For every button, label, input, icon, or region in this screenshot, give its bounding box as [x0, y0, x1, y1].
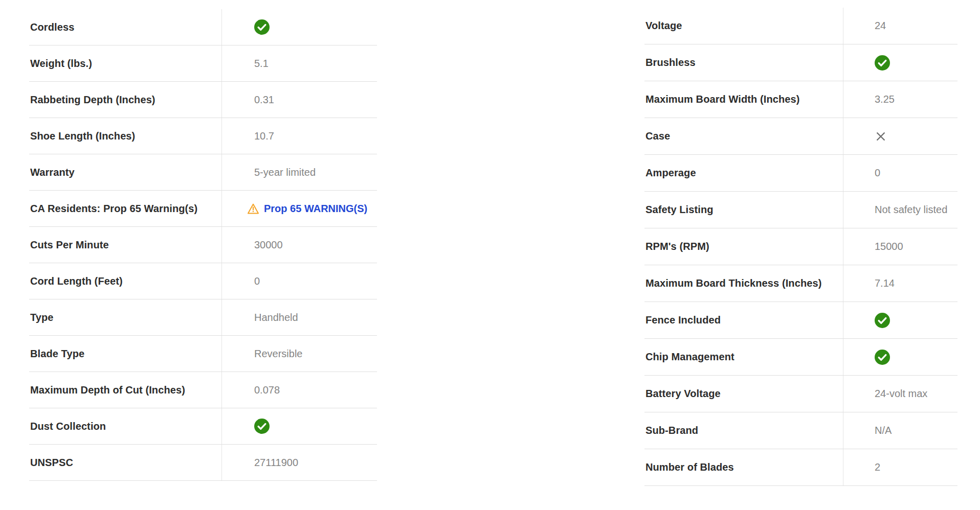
spec-label-cell: Chip Management	[644, 339, 843, 375]
spec-value-cell	[222, 408, 377, 444]
spec-label-cell: Maximum Board Width (Inches)	[644, 81, 843, 118]
spec-label-cell: Amperage	[644, 155, 843, 191]
prop65-warning-link[interactable]: Prop 65 WARNING(S)	[264, 203, 367, 215]
spec-label-cell: Maximum Board Thickness (Inches)	[644, 265, 843, 302]
spec-value: 30000	[254, 239, 283, 251]
spec-label: Dust Collection	[30, 421, 106, 432]
spec-row: Case	[644, 118, 957, 155]
prop65-warning: Prop 65 WARNING(S)	[247, 203, 367, 215]
spec-value: 0.078	[254, 384, 280, 396]
spec-label: CA Residents: Prop 65 Warning(s)	[30, 203, 197, 215]
spec-value: 5.1	[254, 58, 269, 69]
spec-label-cell: Sub-Brand	[644, 412, 843, 449]
spec-label-cell: Safety Listing	[644, 192, 843, 228]
spec-label: Maximum Board Thickness (Inches)	[645, 277, 821, 289]
spec-label-cell: Number of Blades	[644, 449, 843, 485]
spec-row: Maximum Board Thickness (Inches) 7.14	[644, 265, 957, 302]
spec-row: Warranty 5-year limited	[29, 154, 377, 191]
spec-label: Battery Voltage	[645, 388, 721, 400]
spec-value-cell	[843, 44, 957, 81]
spec-label: Maximum Board Width (Inches)	[645, 94, 800, 105]
spec-label: Weight (lbs.)	[30, 58, 92, 69]
spec-value-cell: 0.31	[222, 82, 377, 118]
spec-row: Maximum Board Width (Inches) 3.25	[644, 81, 957, 118]
spec-value-cell: 15000	[843, 228, 957, 265]
spec-value-cell: 0	[843, 155, 957, 191]
spec-value: 0	[875, 167, 880, 179]
spec-label-cell: Cuts Per Minute	[29, 227, 222, 263]
spec-value-cell: 30000	[222, 227, 377, 263]
spec-row: Fence Included	[644, 302, 957, 339]
spec-label: UNSPSC	[30, 457, 73, 469]
spec-label: Cuts Per Minute	[30, 239, 109, 251]
spec-value: 27111900	[254, 457, 298, 469]
spec-label: Safety Listing	[645, 204, 714, 216]
spec-label: Warranty	[30, 167, 75, 178]
spec-value-cell: 5-year limited	[222, 154, 377, 190]
spec-label-cell: Case	[644, 118, 843, 154]
spec-label: Fence Included	[645, 314, 721, 326]
spec-label-cell: Warranty	[29, 154, 222, 190]
spec-label-cell: Cordless	[29, 9, 222, 45]
spec-value: 7.14	[875, 277, 895, 289]
spec-value: 5-year limited	[254, 167, 316, 178]
spec-label: Brushless	[645, 57, 696, 68]
spec-value-cell: 2	[843, 449, 957, 485]
spec-row: Voltage 24	[644, 8, 957, 44]
spec-label: Chip Management	[645, 351, 734, 363]
spec-label: Sub-Brand	[645, 425, 698, 436]
spec-value: 15000	[875, 241, 903, 252]
spec-row: Amperage 0	[644, 155, 957, 192]
spec-label-cell: Cord Length (Feet)	[29, 263, 222, 299]
spec-value-cell: 7.14	[843, 265, 957, 302]
spec-label: Blade Type	[30, 348, 84, 360]
spec-label-cell: Shoe Length (Inches)	[29, 118, 222, 154]
spec-value-cell	[222, 9, 377, 45]
spec-label-cell: Dust Collection	[29, 408, 222, 444]
spec-value-cell: Prop 65 WARNING(S)	[222, 191, 377, 226]
spec-value-cell: Reversible	[222, 336, 377, 372]
spec-row: UNSPSC 27111900	[29, 445, 377, 481]
spec-label: Rabbeting Depth (Inches)	[30, 94, 155, 106]
check-circle-icon	[254, 19, 270, 35]
product-specifications-page: { "colors": { "label": "#2c2c2c", "value…	[0, 0, 980, 510]
spec-row: RPM's (RPM) 15000	[644, 228, 957, 265]
spec-value-cell	[843, 339, 957, 375]
spec-label-cell: Weight (lbs.)	[29, 45, 222, 81]
spec-value-cell: 10.7	[222, 118, 377, 154]
spec-value: N/A	[875, 425, 892, 436]
spec-label: Voltage	[645, 20, 682, 32]
spec-row: Battery Voltage 24-volt max	[644, 376, 957, 412]
spec-label: Case	[645, 130, 670, 142]
spec-row: Dust Collection	[29, 408, 377, 445]
spec-value-cell: Handheld	[222, 299, 377, 335]
spec-row: Shoe Length (Inches) 10.7	[29, 118, 377, 154]
spec-label-cell: Type	[29, 299, 222, 335]
spec-label: Cordless	[30, 21, 74, 33]
spec-label: Maximum Depth of Cut (Inches)	[30, 384, 185, 396]
spec-label: Shoe Length (Inches)	[30, 130, 135, 142]
spec-row: Rabbeting Depth (Inches) 0.31	[29, 82, 377, 118]
spec-value-cell: Not safety listed	[843, 192, 957, 228]
spec-value-cell: 27111900	[222, 445, 377, 480]
spec-value-cell: 24-volt max	[843, 376, 957, 412]
spec-row: Weight (lbs.) 5.1	[29, 45, 377, 82]
spec-label: Cord Length (Feet)	[30, 275, 123, 287]
spec-row: Sub-Brand N/A	[644, 412, 957, 449]
spec-value: 2	[875, 461, 880, 473]
check-circle-icon	[875, 350, 890, 365]
spec-row: Maximum Depth of Cut (Inches) 0.078	[29, 372, 377, 408]
spec-label-cell: Blade Type	[29, 336, 222, 372]
spec-row: Cordless	[29, 9, 377, 45]
spec-row: Chip Management	[644, 339, 957, 376]
spec-value-cell: 5.1	[222, 45, 377, 81]
spec-label: Type	[30, 312, 54, 323]
spec-table-left: Cordless Weight (lbs.) 5.1 Rabbeting Dep…	[29, 9, 377, 481]
spec-label-cell: CA Residents: Prop 65 Warning(s)	[29, 191, 222, 226]
spec-label: Amperage	[645, 167, 696, 179]
spec-value: 3.25	[875, 94, 895, 105]
spec-value: 0.31	[254, 94, 274, 106]
spec-value-cell: 0.078	[222, 372, 377, 408]
spec-row: CA Residents: Prop 65 Warning(s) Prop 65…	[29, 191, 377, 227]
spec-row: Brushless	[644, 44, 957, 81]
